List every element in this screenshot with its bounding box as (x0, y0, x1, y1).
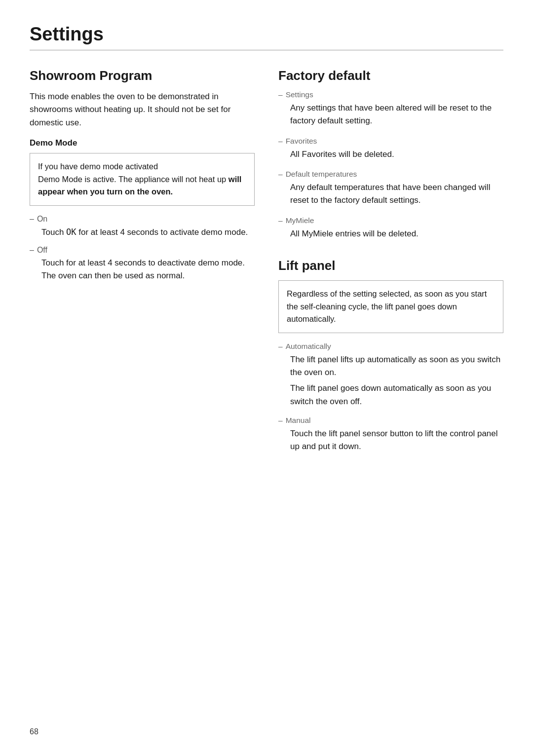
on-label: – On (30, 215, 255, 224)
factory-mymiele-desc: All MyMiele entries will be deleted. (290, 227, 503, 240)
lift-panel-title: Lift panel (278, 258, 503, 273)
page-number: 68 (30, 727, 38, 736)
page-title: Settings (30, 24, 503, 45)
on-list-item: – On Touch OK for at least 4 seconds to … (30, 215, 255, 239)
lift-automatically-desc-1: The lift panel lifts up automatically as… (290, 353, 503, 379)
showroom-program-section: Showroom Program This mode enables the o… (30, 68, 255, 283)
lift-panel-section: Lift panel Regardless of the setting sel… (278, 258, 503, 454)
lift-automatically-label: – Automatically (278, 342, 503, 351)
factory-item-favorites: – Favorites All Favorites will be delete… (278, 137, 503, 161)
factory-mymiele-label: – MyMiele (278, 216, 503, 225)
factory-default-section: Factory default – Settings Any settings … (278, 68, 503, 240)
factory-default-temps-desc: Any default temperatures that have been … (290, 181, 503, 207)
factory-settings-desc: Any settings that have been altered will… (290, 102, 503, 128)
factory-settings-label: – Settings (278, 90, 503, 99)
showroom-intro: This mode enables the oven to be demonst… (30, 90, 255, 129)
lift-automatically-desc-2: The lift panel goes down automatically a… (290, 382, 503, 408)
lift-manual-desc: Touch the lift panel sensor button to li… (290, 427, 503, 454)
lift-panel-box: Regardless of the setting selected, as s… (278, 280, 503, 333)
factory-item-mymiele: – MyMiele All MyMiele entries will be de… (278, 216, 503, 240)
box-line1: If you have demo mode activated (38, 162, 158, 171)
box-line2: Demo Mode is active. The appliance will … (38, 175, 228, 184)
off-label: – Off (30, 246, 255, 255)
on-description: Touch OK for at least 4 seconds to activ… (41, 226, 255, 239)
factory-favorites-desc: All Favorites will be deleted. (290, 148, 503, 161)
lift-panel-box-text: Regardless of the setting selected, as s… (287, 289, 487, 323)
left-column: Showroom Program This mode enables the o… (30, 68, 255, 461)
lift-automatically-item: – Automatically The lift panel lifts up … (278, 342, 503, 408)
showroom-title: Showroom Program (30, 68, 255, 83)
factory-item-settings: – Settings Any settings that have been a… (278, 90, 503, 128)
title-divider (30, 50, 503, 50)
factory-favorites-label: – Favorites (278, 137, 503, 146)
right-column: Factory default – Settings Any settings … (278, 68, 503, 461)
lift-manual-item: – Manual Touch the lift panel sensor but… (278, 416, 503, 454)
two-column-layout: Showroom Program This mode enables the o… (30, 68, 503, 461)
demo-mode-box: If you have demo mode activated Demo Mod… (30, 153, 255, 206)
off-description: Touch for at least 4 seconds to deactiva… (41, 257, 255, 283)
demo-mode-subtitle: Demo Mode (30, 138, 255, 148)
factory-default-temps-label: – Default temperatures (278, 170, 503, 179)
off-list-item: – Off Touch for at least 4 seconds to de… (30, 246, 255, 283)
lift-manual-label: – Manual (278, 416, 503, 425)
factory-default-title: Factory default (278, 68, 503, 83)
factory-item-default-temps: – Default temperatures Any default tempe… (278, 170, 503, 207)
